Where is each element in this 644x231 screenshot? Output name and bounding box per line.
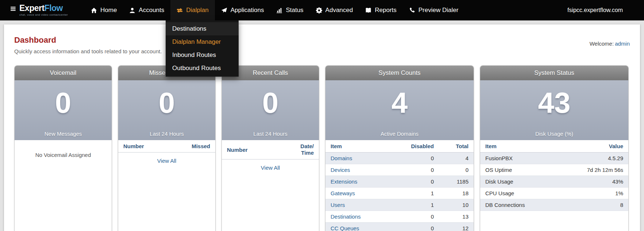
system-counts-col-disabled: Disabled <box>395 140 439 153</box>
item-cell: Destinations <box>325 211 395 223</box>
item-cell: Extensions <box>325 176 395 188</box>
user-icon <box>129 7 135 14</box>
recent-calls-table: Number Date/ Time <box>222 140 319 159</box>
item-cell: Devices <box>325 164 395 176</box>
top-navbar: ExpertFlow chat, voice and video contact… <box>0 0 644 20</box>
system-counts-table: Item Disabled Total Domains04Devices00Ex… <box>325 140 474 231</box>
value-cell: 1% <box>557 188 628 199</box>
nav-item-dialplan[interactable]: Dialplan <box>170 0 215 20</box>
nav-item-preview-dialer[interactable]: Preview Dialer <box>403 0 465 20</box>
value-cell: 4.5.29 <box>557 153 628 164</box>
system-counts-card-title: System Counts <box>325 66 474 80</box>
count-item-link[interactable]: Extensions <box>331 178 357 185</box>
brand-logo[interactable]: ExpertFlow chat, voice and video contact… <box>10 4 80 16</box>
count-item-link[interactable]: CC Queues <box>331 225 359 231</box>
item-cell: OS Uptime <box>480 164 557 176</box>
total-cell: 13 <box>439 211 474 223</box>
missed-calls-card: Missed Calls 0 Last 24 Hours Number Miss… <box>118 65 216 231</box>
item-cell: CC Queues <box>325 223 395 231</box>
shuffle-icon <box>177 7 183 14</box>
count-item-link[interactable]: Domains <box>331 155 352 161</box>
system-status-card-title: System Status <box>480 66 628 80</box>
voicemail-empty-text: No Voicemail Assigned <box>15 140 112 158</box>
voicemail-card: Voicemail 0 New Messages No Voicemail As… <box>14 65 112 231</box>
count-item-link[interactable]: Destinations <box>331 213 361 220</box>
system-counts-table-body: Domains04Devices00Extensions01185Gateway… <box>325 153 474 231</box>
welcome-user-link[interactable]: admin <box>615 41 630 47</box>
disabled-cell: 0 <box>395 164 439 176</box>
system-status-caption: Disk Usage (%) <box>480 131 628 137</box>
dropdown-item-destinations[interactable]: Destinations <box>166 22 239 35</box>
server-domain: fsipcc.expertflow.com <box>567 7 623 14</box>
bar-chart-icon <box>276 7 282 14</box>
missed-calls-view-all-link[interactable]: View All <box>157 158 176 164</box>
recent-calls-view-all-link[interactable]: View All <box>261 165 280 171</box>
item-cell: Disk Usage <box>480 176 557 188</box>
nav-item-accounts[interactable]: Accounts <box>123 0 170 20</box>
value-cell: 8 <box>557 199 628 211</box>
system-status-col-value: Value <box>557 140 628 153</box>
total-cell: 4 <box>439 153 474 164</box>
book-icon <box>365 7 371 14</box>
voicemail-card-title: Voicemail <box>15 66 112 80</box>
voicemail-count: 0 <box>15 80 112 118</box>
value-cell: 7d 2h 12m 56s <box>557 164 628 176</box>
system-status-count-panel: 43 Disk Usage (%) <box>480 80 628 140</box>
paper-plane-icon <box>221 7 227 14</box>
disabled-cell: 1 <box>395 188 439 199</box>
total-cell: 18 <box>439 188 474 199</box>
nav-item-status[interactable]: Status <box>270 0 309 20</box>
disabled-cell: 1 <box>395 199 439 211</box>
dialplan-dropdown: DestinationsDialplan ManagerInbound Rout… <box>166 20 239 77</box>
system-counts-row-devices: Devices00 <box>325 164 474 176</box>
system-status-row-db-connections: DB Connections8 <box>480 199 628 211</box>
dropdown-item-inbound-routes[interactable]: Inbound Routes <box>166 49 239 62</box>
count-item-link[interactable]: Users <box>331 202 345 208</box>
main-content: Dashboard Quickly access information and… <box>4 24 640 231</box>
system-status-row-disk-usage: Disk Usage43% <box>480 176 628 188</box>
count-item-link[interactable]: Gateways <box>331 190 355 196</box>
system-counts-col-item: Item <box>325 140 395 153</box>
item-cell: DB Connections <box>480 199 557 211</box>
welcome-text: Welcome:admin <box>590 41 630 47</box>
missed-calls-col-missed: Missed <box>169 140 215 153</box>
dropdown-item-dialplan-manager[interactable]: Dialplan Manager <box>166 35 239 49</box>
disabled-cell: 0 <box>395 223 439 231</box>
dropdown-item-outbound-routes[interactable]: Outbound Routes <box>166 62 239 75</box>
voicemail-count-panel: 0 New Messages <box>15 80 112 140</box>
system-counts-caption: Active Domains <box>325 131 474 137</box>
count-item-link[interactable]: Devices <box>331 167 350 173</box>
disabled-cell: 0 <box>395 153 439 164</box>
nav-item-reports[interactable]: Reports <box>359 0 403 20</box>
recent-calls-count: 0 <box>222 80 319 118</box>
nav-item-home[interactable]: Home <box>85 0 123 20</box>
recent-calls-card: Recent Calls 0 Last 24 Hours Number Date… <box>221 65 319 231</box>
nav-item-advanced[interactable]: Advanced <box>310 0 359 20</box>
disabled-cell: 0 <box>395 211 439 223</box>
system-counts-row-users: Users110 <box>325 199 474 211</box>
item-cell: Domains <box>325 153 395 164</box>
nav-menu: HomeAccountsDialplanApplicationsStatusAd… <box>85 0 464 20</box>
recent-calls-col-datetime: Date/ Time <box>277 140 319 159</box>
missed-calls-table: Number Missed <box>118 140 215 153</box>
total-cell: 10 <box>439 199 474 211</box>
system-counts-row-domains: Domains04 <box>325 153 474 164</box>
total-cell: 1185 <box>439 176 474 188</box>
system-counts-count-panel: 4 Active Domains <box>325 80 474 140</box>
system-counts-row-gateways: Gateways118 <box>325 188 474 199</box>
system-status-row-fusionpbx: FusionPBX4.5.29 <box>480 153 628 164</box>
system-status-table: Item Value FusionPBX4.5.29OS Uptime7d 2h… <box>480 140 628 211</box>
nav-item-applications[interactable]: Applications <box>215 0 270 20</box>
recent-calls-caption: Last 24 Hours <box>222 131 319 137</box>
missed-calls-col-number: Number <box>118 140 169 153</box>
disabled-cell: 0 <box>395 176 439 188</box>
system-status-table-body: FusionPBX4.5.29OS Uptime7d 2h 12m 56sDis… <box>480 153 628 211</box>
voicemail-caption: New Messages <box>15 131 112 137</box>
gear-icon <box>316 7 322 14</box>
missed-calls-count-panel: 0 Last 24 Hours <box>118 80 215 140</box>
welcome-label: Welcome: <box>590 41 614 47</box>
page-header: Dashboard Quickly access information and… <box>14 35 630 54</box>
system-counts-col-total: Total <box>439 140 474 153</box>
total-cell: 12 <box>439 223 474 231</box>
item-cell: CPU Usage <box>480 188 557 199</box>
